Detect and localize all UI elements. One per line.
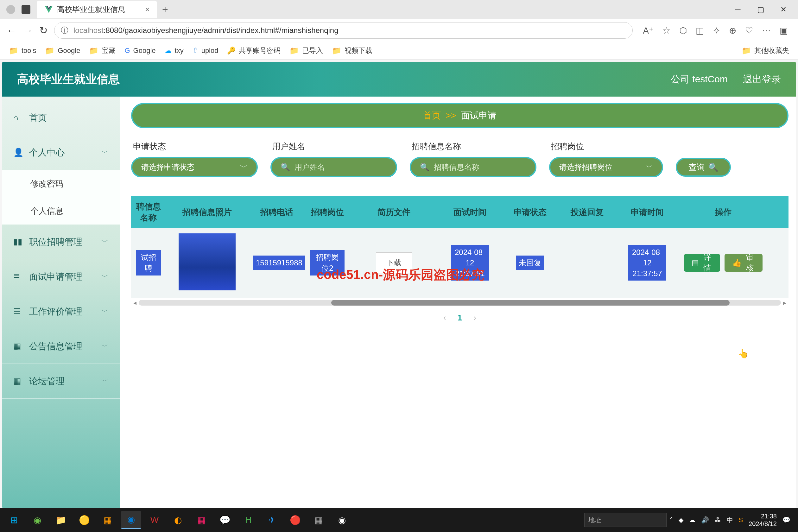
key-icon: 🔑 xyxy=(227,46,235,55)
tb-hbuilder[interactable]: H xyxy=(238,511,259,529)
sidebar-item-notice[interactable]: ▦ 公告信息管理 ﹀ xyxy=(2,329,120,364)
system-tray[interactable]: ˄ ◆ ☁ 🔊 🖧 中 S 21:38 2024/8/12 💬 xyxy=(670,512,794,528)
sidebar-item-personal[interactable]: 👤 个人中心 ﹀ xyxy=(2,135,120,170)
job-photo-thumbnail[interactable] xyxy=(178,233,235,290)
bookmark-treasure[interactable]: 📁宝藏 xyxy=(89,46,116,55)
collections-icon[interactable]: ✧ xyxy=(713,25,720,36)
sidebar-item-interview[interactable]: ≣ 面试申请管理 ﹀ xyxy=(2,259,120,294)
horizontal-scrollbar[interactable]: ◂ ▸ xyxy=(131,299,788,306)
start-button[interactable]: ⊞ xyxy=(4,511,24,529)
sidebar-item-eval[interactable]: ☰ 工作评价管理 ﹀ xyxy=(2,294,120,329)
tb-sublime[interactable]: ▦ xyxy=(97,511,118,529)
tb-chrome[interactable]: 🟡 xyxy=(74,511,94,529)
tray-net-icon[interactable]: 🖧 xyxy=(715,516,721,524)
url-text: localhost:8080/gaoxiaobiyeshengjiuye/adm… xyxy=(74,26,339,35)
scroll-track[interactable] xyxy=(139,300,781,306)
filter-user-label: 用户姓名 xyxy=(270,141,397,152)
folder-icon: 📁 xyxy=(289,46,299,55)
search-button[interactable]: 查询 🔍 xyxy=(676,158,731,177)
bookmark-shared[interactable]: 🔑共享账号密码 xyxy=(227,46,281,55)
address-bar[interactable]: ⓘ localhost:8080/gaoxiaobiyeshengjiuye/a… xyxy=(54,22,633,39)
filter-jobname-label: 招聘信息名称 xyxy=(410,141,536,152)
tray-ime2-icon[interactable]: S xyxy=(739,516,743,524)
maximize-icon[interactable]: ▢ xyxy=(756,4,766,15)
breadcrumb-home[interactable]: 首页 xyxy=(423,110,441,121)
submenu-personal: 修改密码 个人信息 xyxy=(2,170,120,225)
page-next-button[interactable]: › xyxy=(473,313,476,323)
tb-explorer[interactable]: 📁 xyxy=(51,511,71,529)
workspaces-icon[interactable] xyxy=(21,5,31,14)
tb-edge[interactable]: ◉ xyxy=(121,511,141,529)
tray-ime[interactable]: 中 xyxy=(727,516,733,525)
refresh-button[interactable]: ↻ xyxy=(39,24,48,36)
tab-close-icon[interactable]: × xyxy=(145,5,150,14)
close-window-icon[interactable]: ✕ xyxy=(778,4,788,15)
header-company[interactable]: 公司 testCom xyxy=(671,73,728,86)
sidebar-item-forum[interactable]: ▦ 论坛管理 ﹀ xyxy=(2,364,120,399)
sidebar-icon[interactable]: ▣ xyxy=(780,25,788,36)
read-aloud-icon[interactable]: A⁺ xyxy=(643,25,653,36)
th-apply-time: 申请时间 xyxy=(615,207,679,218)
filter-user-input[interactable]: 🔍 xyxy=(270,157,397,177)
list-icon: ≣ xyxy=(13,272,23,282)
page-number[interactable]: 1 xyxy=(458,313,462,323)
sidebar-item-home[interactable]: ⌂ 首页 xyxy=(2,100,120,135)
tb-chrome2[interactable]: 🔴 xyxy=(285,511,305,529)
tray-up-icon[interactable]: ˄ xyxy=(670,516,673,524)
tb-app-2[interactable]: ◐ xyxy=(168,511,188,529)
header-logout[interactable]: 退出登录 xyxy=(743,73,781,86)
notifications-icon[interactable]: 💬 xyxy=(782,516,791,524)
bookmark-tools[interactable]: 📁tools xyxy=(9,46,36,55)
site-info-icon[interactable]: ⓘ xyxy=(61,25,69,36)
taskbar-clock[interactable]: 21:38 2024/8/12 xyxy=(748,512,777,528)
minimize-icon[interactable]: ─ xyxy=(733,4,743,15)
tb-wechat[interactable]: 💬 xyxy=(215,511,235,529)
filter-position-select[interactable]: 请选择招聘岗位 ﹀ xyxy=(549,157,663,177)
bookmark-google1[interactable]: 📁Google xyxy=(45,46,80,55)
tray-cloud-icon[interactable]: ☁ xyxy=(689,516,696,524)
tray-sound-icon[interactable]: 🔊 xyxy=(701,516,709,524)
cell-phone: 15915915988 xyxy=(253,255,305,270)
downloads-icon[interactable]: ⊕ xyxy=(729,25,736,36)
scroll-right-icon[interactable]: ▸ xyxy=(781,299,788,306)
tray-app-icon[interactable]: ◆ xyxy=(679,516,683,524)
th-name: 聘信息名称 xyxy=(131,201,166,223)
tb-idea[interactable]: ▦ xyxy=(191,511,211,529)
favorite-icon[interactable]: ☆ xyxy=(663,25,670,36)
scroll-left-icon[interactable]: ◂ xyxy=(131,299,139,306)
filter-jobname-input[interactable]: 🔍 xyxy=(410,157,536,177)
tb-address-input[interactable]: 地址 xyxy=(584,513,667,527)
page-prev-button[interactable]: ‹ xyxy=(443,313,446,323)
extensions-icon[interactable]: ⬡ xyxy=(679,25,687,36)
new-tab-button[interactable]: + xyxy=(162,4,168,16)
split-icon[interactable]: ◫ xyxy=(696,25,704,36)
sidebar-item-jobmgmt[interactable]: ▮▮ 职位招聘管理 ﹀ xyxy=(2,225,120,259)
performance-icon[interactable]: ♡ xyxy=(745,25,753,36)
tb-app-5[interactable]: ◉ xyxy=(332,511,352,529)
filter-status-select[interactable]: 请选择申请状态 ﹀ xyxy=(131,157,258,177)
bookmark-imported[interactable]: 📁已导入 xyxy=(289,46,323,55)
bookmark-other[interactable]: 📁其他收藏夹 xyxy=(742,46,789,55)
bookmark-txy[interactable]: ☁txy xyxy=(165,46,184,55)
bookmark-uplod[interactable]: ⇧uplod xyxy=(192,46,218,55)
menu-icon[interactable]: ⋯ xyxy=(762,25,771,36)
download-button[interactable]: 下载 xyxy=(376,252,412,273)
chevron-down-icon: ﹀ xyxy=(101,237,108,247)
cell-name: 试招聘 xyxy=(136,250,161,275)
audit-button[interactable]: 👍审核 xyxy=(724,254,762,272)
search-icon: 🔍 xyxy=(281,163,290,172)
submenu-change-password[interactable]: 修改密码 xyxy=(2,170,120,197)
browser-tab-active[interactable]: 高校毕业生就业信息 × xyxy=(37,1,157,18)
back-button[interactable]: ← xyxy=(6,25,17,36)
bookmark-bar: 📁tools 📁Google 📁宝藏 GGoogle ☁txy ⇧uplod 🔑… xyxy=(0,42,798,59)
tb-wps[interactable]: W xyxy=(145,511,165,529)
detail-button[interactable]: ▤详情 xyxy=(684,254,720,272)
tb-app-4[interactable]: ▦ xyxy=(308,511,329,529)
tb-app-3[interactable]: ✈ xyxy=(262,511,282,529)
scroll-thumb[interactable] xyxy=(331,300,729,306)
tb-app-1[interactable]: ◉ xyxy=(27,511,48,529)
profile-icon[interactable] xyxy=(6,5,15,14)
bookmark-google2[interactable]: GGoogle xyxy=(125,46,155,55)
bookmark-video[interactable]: 📁视频下载 xyxy=(332,46,373,55)
submenu-personal-info[interactable]: 个人信息 xyxy=(2,197,120,225)
